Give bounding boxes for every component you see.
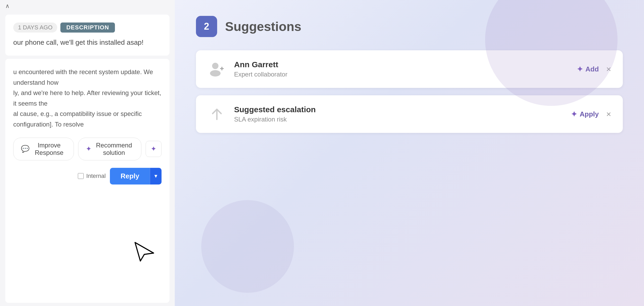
sparkle-icon: ✦ xyxy=(86,145,92,153)
improve-response-button[interactable]: 💬 Improve Response xyxy=(13,138,74,160)
reply-button-group: Reply ▾ xyxy=(110,168,162,184)
suggestion-sub: SLA expiration risk xyxy=(234,116,562,123)
suggestion-card-escalation: Suggested escalation SLA expiration risk… xyxy=(196,95,623,133)
description-card: 1 DAYS AGO DESCRIPTION our phone call, w… xyxy=(5,15,169,56)
recommend-solution-label: Recommend solution xyxy=(94,142,134,156)
description-badge: DESCRIPTION xyxy=(60,22,115,33)
user-add-icon xyxy=(208,60,226,78)
suggestion-actions-escalation: ✦ Apply × xyxy=(570,108,611,121)
suggestion-actions: ✦ Add × xyxy=(576,63,611,76)
sparkle-icon: ✦ xyxy=(577,65,583,74)
recommend-solution-button[interactable]: ✦ Recommend solution xyxy=(78,138,141,160)
suggestion-info-escalation: Suggested escalation SLA expiration risk xyxy=(234,105,562,123)
apply-label: Apply xyxy=(580,110,599,118)
magic-wand-icon: ✦ xyxy=(151,145,156,153)
dismiss-ann-garrett-button[interactable]: × xyxy=(606,65,611,73)
svg-point-1 xyxy=(212,63,218,69)
svg-point-2 xyxy=(210,70,221,76)
sparkle-icon: ✦ xyxy=(571,110,577,119)
reply-dropdown-button[interactable]: ▾ xyxy=(150,168,162,184)
dismiss-escalation-button[interactable]: × xyxy=(606,110,611,118)
suggestion-card-ann-garrett: Ann Garrett Expert collaborator ✦ Add × xyxy=(196,50,623,88)
collapse-button[interactable]: ∧ xyxy=(5,3,10,10)
ai-toolbar: 💬 Improve Response ✦ Recommend solution … xyxy=(13,138,162,160)
left-panel: ∧ 1 DAYS AGO DESCRIPTION our phone call,… xyxy=(0,0,175,306)
suggestion-name: Ann Garrett xyxy=(234,60,568,69)
reply-card: u encountered with the recent system upd… xyxy=(5,59,169,303)
reply-body-text: u encountered with the recent system upd… xyxy=(13,67,162,130)
add-label: Add xyxy=(585,65,599,73)
description-text: our phone call, we'll get this installed… xyxy=(13,37,162,48)
improve-response-label: Improve Response xyxy=(32,142,66,156)
apply-escalation-button[interactable]: ✦ Apply xyxy=(570,108,600,121)
days-ago-badge: 1 DAYS AGO xyxy=(13,22,57,33)
magic-wand-button[interactable]: ✦ xyxy=(146,141,162,157)
card-meta: 1 DAYS AGO DESCRIPTION xyxy=(13,22,162,33)
suggestions-title: Suggestions xyxy=(225,19,301,34)
suggestion-name: Suggested escalation xyxy=(234,105,562,114)
speech-bubble-icon: 💬 xyxy=(21,145,29,153)
suggestion-sub: Expert collaborator xyxy=(234,71,568,78)
internal-label: Internal xyxy=(86,173,106,179)
suggestions-header: 2 Suggestions xyxy=(196,16,623,37)
add-collaborator-button[interactable]: ✦ Add xyxy=(576,63,600,76)
right-panel: 2 Suggestions Ann Garrett Expert collabo… xyxy=(175,0,644,306)
reply-footer: Internal Reply ▾ xyxy=(13,168,162,184)
internal-checkbox-label[interactable]: Internal xyxy=(78,173,106,179)
bg-decoration-2 xyxy=(201,200,294,293)
reply-button[interactable]: Reply xyxy=(110,168,150,184)
escalation-icon xyxy=(208,105,226,123)
internal-checkbox[interactable] xyxy=(78,173,84,179)
suggestions-count-badge: 2 xyxy=(196,16,217,37)
suggestion-info-ann-garrett: Ann Garrett Expert collaborator xyxy=(234,60,568,78)
